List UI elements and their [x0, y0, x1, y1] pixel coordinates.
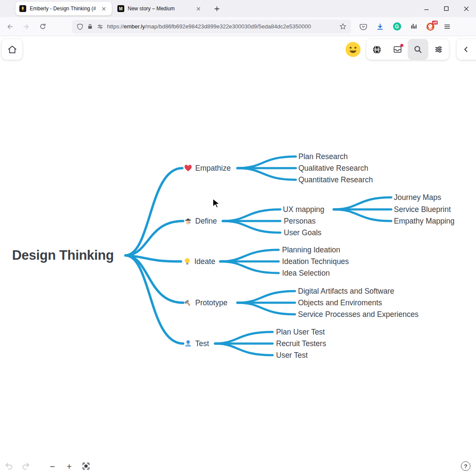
url-bar[interactable]: https://ember.ly/map/bd86fb692e98423d899… — [72, 20, 351, 34]
node-label: Objects and Enviroments — [298, 298, 382, 307]
duckduckgo-extension-button[interactable]: off — [424, 20, 437, 33]
window-controls — [417, 0, 476, 17]
mindmap-node-empathize[interactable]: Empathize — [184, 164, 231, 173]
mindmap-node-recruit-testers[interactable]: Recruit Testers — [276, 339, 326, 348]
grammarly-extension-button[interactable]: G — [390, 20, 403, 33]
new-tab-button[interactable] — [211, 3, 223, 15]
tab-title: New story – Medium — [128, 6, 190, 12]
star-icon[interactable] — [339, 23, 347, 30]
window-minimize-button[interactable] — [417, 0, 436, 17]
mindmap-node-ideation-techniques[interactable]: Ideation Techniques — [282, 257, 349, 266]
node-label: Plan Research — [298, 152, 348, 161]
node-label: Plan User Test — [276, 328, 325, 337]
mindmap-node-plan-research[interactable]: Plan Research — [298, 152, 348, 161]
undo-button[interactable] — [3, 461, 15, 472]
forward-icon — [22, 23, 30, 31]
notification-dot — [400, 44, 403, 47]
window-maximize-button[interactable] — [436, 0, 456, 17]
downloads-button[interactable] — [374, 20, 387, 33]
mindmap-node-journey-maps[interactable]: Journey Maps — [394, 193, 441, 202]
reload-button[interactable] — [36, 20, 49, 33]
navigation-bar: https://ember.ly/map/bd86fb692e98423d899… — [0, 17, 476, 36]
home-button[interactable] — [2, 39, 22, 60]
mindmap-node-personas[interactable]: Personas — [284, 217, 316, 226]
lightbulb-icon — [183, 258, 191, 266]
mindmap-node-idea-selection[interactable]: Idea Selection — [282, 269, 330, 278]
zoom-out-button[interactable]: − — [47, 461, 58, 472]
mindmap-node-qualitative-research[interactable]: Qualitative Research — [298, 164, 368, 173]
fit-screen-button[interactable] — [80, 461, 92, 472]
mindmap-node-service-blueprint[interactable]: Service Blueprint — [394, 205, 451, 214]
node-label: Service Blueprint — [394, 205, 451, 214]
pocket-icon — [359, 23, 367, 31]
mindmap-node-user-goals[interactable]: User Goals — [284, 228, 322, 237]
redo-button[interactable] — [20, 461, 31, 472]
mindmap-node-empathy-mapping[interactable]: Empathy Mapping — [394, 217, 455, 226]
edge-root-test — [126, 255, 183, 344]
menu-button[interactable] — [441, 20, 454, 33]
node-label: Idea Selection — [282, 269, 330, 278]
edge-test-1 — [215, 332, 273, 344]
node-label: Qualitative Research — [298, 164, 368, 173]
node-label: Recruit Testers — [276, 339, 326, 348]
collapse-panel-button[interactable] — [457, 39, 476, 60]
inbox-button[interactable] — [387, 39, 408, 60]
mindmap-node-define[interactable]: Define — [184, 217, 217, 226]
node-label: Test — [195, 339, 209, 348]
zoom-out-label: − — [50, 462, 55, 471]
node-label: Journey Maps — [394, 193, 441, 202]
mindmap-node-planning-ideation[interactable]: Planning Ideation — [282, 246, 340, 255]
permissions-icon — [97, 23, 104, 30]
search-button[interactable] — [408, 39, 428, 60]
duckduckgo-off-badge: off — [432, 21, 438, 25]
edge-define-3 — [223, 221, 280, 233]
edge-uxmapping-3 — [334, 209, 391, 221]
edge-define-1 — [223, 209, 280, 221]
help-label: ? — [464, 463, 467, 470]
tab-emberly[interactable]: Emberly - Design Thinking (#pu — [15, 2, 112, 15]
forward-button[interactable] — [20, 20, 33, 33]
mindmap-node-ux-mapping[interactable]: UX mapping — [283, 205, 324, 214]
grammarly-letter: G — [395, 24, 399, 30]
mindmap-node-plan-user-test[interactable]: Plan User Test — [276, 328, 325, 337]
hammer-icon — [184, 299, 192, 307]
tab-medium[interactable]: M New story – Medium — [114, 2, 206, 15]
zoom-in-button[interactable]: + — [64, 461, 75, 472]
menu-icon — [444, 23, 451, 30]
heart-icon — [184, 164, 192, 172]
mindmap-node-prototype[interactable]: Prototype — [184, 298, 227, 307]
node-label: Empathy Mapping — [394, 217, 455, 226]
mindmap-node-service-processes[interactable]: Service Processes and Experiences — [298, 310, 418, 319]
mindmap-root-node[interactable]: Design Thinking — [12, 248, 114, 263]
mindmap-node-ideate[interactable]: Ideate — [183, 257, 215, 266]
equalizer-extension-button[interactable] — [407, 20, 420, 33]
medium-favicon: M — [117, 5, 124, 12]
mindmap-node-test[interactable]: Test — [184, 339, 209, 348]
emberly-favicon — [19, 5, 26, 12]
map-toolbar — [366, 39, 449, 60]
window-maximize-icon — [444, 6, 449, 11]
url-text: https://ember.ly/map/bd86fb692e98423d899… — [107, 23, 336, 30]
mindmap-node-objects-environments[interactable]: Objects and Enviroments — [298, 298, 382, 307]
node-label: User Test — [276, 351, 308, 360]
help-button[interactable]: ? — [461, 461, 470, 471]
tab-title: Emberly - Design Thinking (#pu — [30, 6, 96, 12]
filter-button[interactable] — [428, 39, 449, 60]
globe-button[interactable] — [366, 39, 387, 60]
back-button[interactable] — [3, 20, 16, 33]
node-label: UX mapping — [283, 205, 324, 214]
new-tab-icon — [214, 6, 220, 12]
url-scheme: https:// — [107, 23, 124, 30]
mindmap-node-user-test[interactable]: User Test — [276, 351, 308, 360]
mindmap-node-quantitative-research[interactable]: Quantitative Research — [298, 175, 373, 184]
window-close-button[interactable] — [456, 0, 476, 17]
canvas-controls: − + — [3, 461, 92, 472]
mindmap-node-digital-artifacts[interactable]: Digital Artifacts and Software — [298, 287, 394, 296]
user-avatar[interactable] — [345, 42, 361, 57]
pocket-button[interactable] — [357, 20, 370, 33]
node-label: Ideation Techniques — [282, 257, 349, 266]
person-icon — [184, 340, 192, 348]
tab-close-icon[interactable] — [194, 4, 203, 13]
window-minimize-icon — [424, 6, 429, 11]
tab-close-icon[interactable] — [99, 4, 108, 13]
